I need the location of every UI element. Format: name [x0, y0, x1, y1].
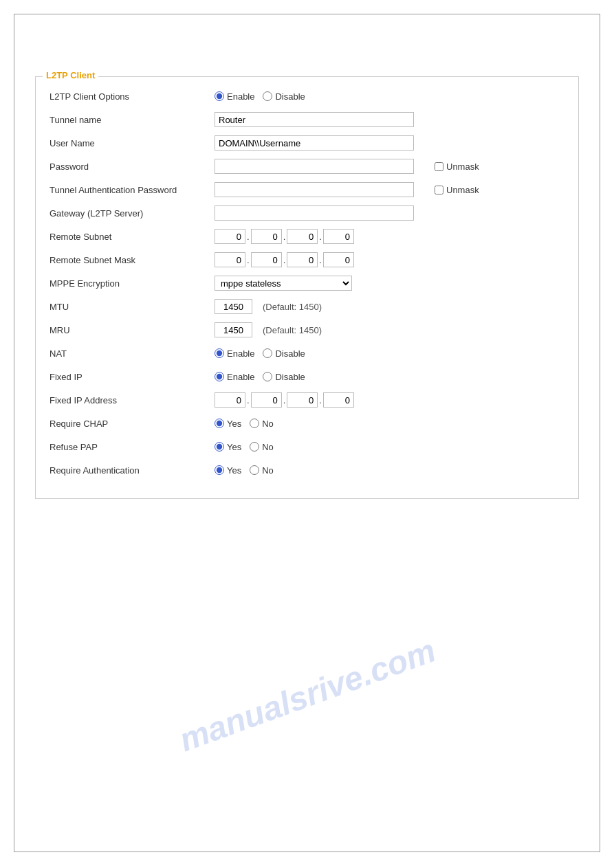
- remote-subnet-dot1: .: [247, 232, 250, 242]
- tunnel-auth-password-control: Unmask: [215, 182, 564, 197]
- mru-label: MRU: [50, 325, 215, 335]
- require-chap-yes-radio[interactable]: [215, 419, 224, 428]
- gateway-input[interactable]: [215, 205, 414, 221]
- require-auth-yes-radio[interactable]: [215, 465, 224, 475]
- nat-enable-radio[interactable]: [215, 348, 224, 358]
- refuse-pap-no-label[interactable]: No: [250, 442, 274, 452]
- fixed-ip-address-octet2[interactable]: [251, 392, 282, 408]
- password-unmask-checkbox[interactable]: [435, 162, 443, 171]
- refuse-pap-yes-text: Yes: [227, 442, 241, 452]
- require-auth-no-radio[interactable]: [250, 465, 259, 475]
- require-auth-yes-text: Yes: [227, 465, 241, 476]
- mppe-encryption-select[interactable]: mppe stateless mppe stateful none: [215, 276, 352, 291]
- refuse-pap-no-radio[interactable]: [250, 442, 259, 452]
- remote-subnet-octet3[interactable]: [287, 229, 318, 244]
- require-auth-control: Yes No: [215, 465, 564, 476]
- user-name-input[interactable]: [215, 135, 414, 151]
- require-auth-no-text: No: [262, 465, 274, 476]
- refuse-pap-yes-radio[interactable]: [215, 442, 224, 452]
- nat-row: NAT Enable Disable: [50, 344, 564, 362]
- l2tp-client-options-row: L2TP Client Options Enable Disable: [50, 87, 564, 105]
- mppe-encryption-row: MPPE Encryption mppe stateless mppe stat…: [50, 274, 564, 292]
- remote-subnet-dot2: .: [283, 232, 286, 242]
- l2tp-client-section: L2TP Client L2TP Client Options Enable D…: [35, 76, 579, 499]
- require-chap-yes-text: Yes: [227, 419, 241, 429]
- refuse-pap-no-text: No: [262, 442, 274, 452]
- fixed-ip-address-ip-group: . . .: [215, 392, 354, 408]
- nat-enable-text: Enable: [227, 348, 254, 359]
- remote-subnet-mask-octet3[interactable]: [287, 252, 318, 267]
- fixed-ip-address-label: Fixed IP Address: [50, 395, 215, 405]
- mru-input[interactable]: [215, 322, 252, 337]
- mtu-default-hint: (Default: 1450): [263, 302, 322, 312]
- remote-subnet-mask-control: . . .: [215, 252, 564, 267]
- require-auth-yes-label[interactable]: Yes: [215, 465, 241, 476]
- gateway-label: Gateway (L2TP Server): [50, 208, 215, 219]
- l2tp-client-options-disable-text: Disable: [275, 91, 305, 102]
- remote-subnet-octet1[interactable]: [215, 229, 245, 244]
- watermark: manualsrive.com: [174, 632, 440, 759]
- remote-subnet-mask-dot2: .: [283, 255, 286, 265]
- mru-default-hint: (Default: 1450): [263, 325, 322, 335]
- remote-subnet-label: Remote Subnet: [50, 232, 215, 242]
- fixed-ip-enable-radio[interactable]: [215, 372, 224, 381]
- require-chap-control: Yes No: [215, 419, 564, 429]
- fixed-ip-disable-label[interactable]: Disable: [263, 372, 305, 382]
- nat-enable-label[interactable]: Enable: [215, 348, 254, 359]
- nat-disable-radio[interactable]: [263, 348, 272, 358]
- fixed-ip-address-dot3: .: [319, 395, 322, 405]
- user-name-label: User Name: [50, 138, 215, 148]
- remote-subnet-octet4[interactable]: [323, 229, 354, 244]
- l2tp-client-options-disable-label[interactable]: Disable: [263, 91, 305, 102]
- refuse-pap-control: Yes No: [215, 442, 564, 452]
- fixed-ip-address-octet4[interactable]: [323, 392, 354, 408]
- password-row: Password Unmask: [50, 157, 564, 175]
- refuse-pap-yes-label[interactable]: Yes: [215, 442, 241, 452]
- tunnel-name-input[interactable]: [215, 112, 414, 127]
- require-chap-no-radio[interactable]: [250, 419, 259, 428]
- require-auth-row: Require Authentication Yes No: [50, 461, 564, 479]
- nat-label: NAT: [50, 348, 215, 359]
- gateway-control: [215, 205, 564, 221]
- fixed-ip-disable-text: Disable: [275, 372, 305, 382]
- mtu-control: (Default: 1450): [215, 299, 564, 314]
- tunnel-auth-password-input[interactable]: [215, 182, 414, 197]
- remote-subnet-dot3: .: [319, 232, 322, 242]
- l2tp-client-options-enable-radio[interactable]: [215, 91, 224, 101]
- tunnel-name-control: [215, 112, 564, 127]
- mtu-row: MTU (Default: 1450): [50, 298, 564, 315]
- tunnel-auth-unmask-label[interactable]: Unmask: [435, 185, 479, 195]
- password-input[interactable]: [215, 159, 414, 174]
- remote-subnet-mask-octet4[interactable]: [323, 252, 354, 267]
- remote-subnet-mask-octet2[interactable]: [251, 252, 282, 267]
- fixed-ip-enable-label[interactable]: Enable: [215, 372, 254, 382]
- fixed-ip-address-octet3[interactable]: [287, 392, 318, 408]
- tunnel-name-label: Tunnel name: [50, 115, 215, 125]
- l2tp-client-options-disable-radio[interactable]: [263, 91, 272, 101]
- fixed-ip-address-dot1: .: [247, 395, 250, 405]
- mtu-input[interactable]: [215, 299, 252, 314]
- nat-disable-label[interactable]: Disable: [263, 348, 305, 359]
- tunnel-auth-unmask-checkbox[interactable]: [435, 186, 443, 194]
- mru-control: (Default: 1450): [215, 322, 564, 337]
- password-unmask-label[interactable]: Unmask: [435, 162, 479, 172]
- remote-subnet-mask-label: Remote Subnet Mask: [50, 255, 215, 265]
- mppe-encryption-label: MPPE Encryption: [50, 278, 215, 289]
- require-chap-yes-label[interactable]: Yes: [215, 419, 241, 429]
- password-unmask-text: Unmask: [446, 162, 479, 172]
- remote-subnet-octet2[interactable]: [251, 229, 282, 244]
- remote-subnet-mask-octet1[interactable]: [215, 252, 245, 267]
- nat-disable-text: Disable: [275, 348, 305, 359]
- require-chap-no-label[interactable]: No: [250, 419, 274, 429]
- outer-border: L2TP Client L2TP Client Options Enable D…: [14, 14, 600, 852]
- fixed-ip-address-octet1[interactable]: [215, 392, 245, 408]
- tunnel-auth-unmask-text: Unmask: [446, 185, 479, 195]
- fixed-ip-disable-radio[interactable]: [263, 372, 272, 381]
- tunnel-auth-password-row: Tunnel Authentication Password Unmask: [50, 181, 564, 199]
- user-name-row: User Name: [50, 134, 564, 152]
- remote-subnet-mask-ip-group: . . .: [215, 252, 354, 267]
- require-auth-no-label[interactable]: No: [250, 465, 274, 476]
- mru-row: MRU (Default: 1450): [50, 321, 564, 339]
- l2tp-client-options-enable-label[interactable]: Enable: [215, 91, 254, 102]
- refuse-pap-row: Refuse PAP Yes No: [50, 438, 564, 456]
